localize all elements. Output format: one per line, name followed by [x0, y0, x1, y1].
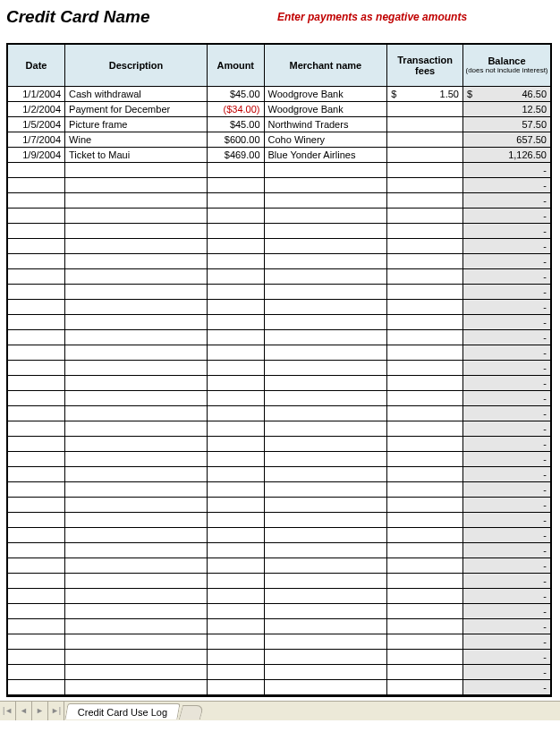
- cell-description[interactable]: [65, 618, 208, 634]
- cell-date[interactable]: [8, 314, 65, 329]
- cell-amount[interactable]: [207, 329, 264, 345]
- cell-amount[interactable]: [207, 405, 264, 421]
- cell-merchant[interactable]: Coho Winery: [264, 132, 387, 147]
- cell-amount[interactable]: [207, 314, 264, 329]
- cell-date[interactable]: [8, 405, 65, 421]
- cell-description[interactable]: [65, 512, 208, 527]
- cell-amount[interactable]: [207, 208, 264, 223]
- cell-description[interactable]: [65, 405, 208, 421]
- cell-description[interactable]: [65, 360, 208, 375]
- cell-date[interactable]: [8, 649, 65, 664]
- cell-description[interactable]: [65, 451, 208, 466]
- cell-date[interactable]: [8, 618, 65, 634]
- cell-fees[interactable]: [387, 603, 463, 618]
- cell-date[interactable]: [8, 390, 65, 405]
- cell-date[interactable]: [8, 177, 65, 192]
- cell-merchant[interactable]: [264, 634, 387, 649]
- cell-date[interactable]: [8, 284, 65, 299]
- cell-merchant[interactable]: [264, 162, 387, 177]
- cell-amount[interactable]: [207, 634, 264, 649]
- nav-prev-icon[interactable]: ◄: [16, 702, 32, 720]
- cell-merchant[interactable]: [264, 497, 387, 512]
- cell-merchant[interactable]: [264, 360, 387, 375]
- nav-next-icon[interactable]: ►: [32, 702, 48, 720]
- cell-amount[interactable]: [207, 375, 264, 390]
- cell-merchant[interactable]: [264, 268, 387, 284]
- cell-merchant[interactable]: [264, 405, 387, 421]
- cell-fees[interactable]: $1.50: [387, 86, 463, 101]
- cell-fees[interactable]: [387, 238, 463, 253]
- cell-amount[interactable]: [207, 588, 264, 603]
- cell-fees[interactable]: [387, 679, 463, 694]
- cell-description[interactable]: [65, 573, 208, 588]
- cell-merchant[interactable]: [264, 527, 387, 542]
- cell-date[interactable]: [8, 223, 65, 238]
- cell-merchant[interactable]: Blue Yonder Airlines: [264, 147, 387, 162]
- cell-fees[interactable]: [387, 177, 463, 192]
- cell-fees[interactable]: [387, 192, 463, 208]
- cell-date[interactable]: [8, 345, 65, 360]
- cell-description[interactable]: [65, 284, 208, 299]
- cell-merchant[interactable]: [264, 390, 387, 405]
- cell-date[interactable]: [8, 162, 65, 177]
- cell-fees[interactable]: [387, 421, 463, 436]
- cell-description[interactable]: [65, 466, 208, 481]
- cell-amount[interactable]: [207, 436, 264, 451]
- cell-amount[interactable]: [207, 284, 264, 299]
- cell-date[interactable]: 1/5/2004: [8, 116, 65, 132]
- cell-amount[interactable]: [207, 497, 264, 512]
- cell-amount[interactable]: [207, 679, 264, 694]
- cell-merchant[interactable]: [264, 177, 387, 192]
- cell-merchant[interactable]: [264, 512, 387, 527]
- cell-amount[interactable]: [207, 390, 264, 405]
- cell-amount[interactable]: $45.00: [207, 116, 264, 132]
- cell-amount[interactable]: [207, 192, 264, 208]
- cell-merchant[interactable]: [264, 208, 387, 223]
- cell-amount[interactable]: [207, 268, 264, 284]
- cell-description[interactable]: [65, 527, 208, 542]
- cell-merchant[interactable]: [264, 481, 387, 497]
- cell-fees[interactable]: [387, 253, 463, 268]
- cell-amount[interactable]: [207, 664, 264, 679]
- cell-description[interactable]: [65, 177, 208, 192]
- cell-fees[interactable]: [387, 542, 463, 558]
- cell-merchant[interactable]: [264, 466, 387, 481]
- cell-date[interactable]: [8, 238, 65, 253]
- cell-fees[interactable]: [387, 436, 463, 451]
- cell-date[interactable]: [8, 451, 65, 466]
- cell-description[interactable]: [65, 238, 208, 253]
- cell-date[interactable]: 1/7/2004: [8, 132, 65, 147]
- cell-description[interactable]: [65, 634, 208, 649]
- cell-fees[interactable]: [387, 299, 463, 314]
- cell-fees[interactable]: [387, 360, 463, 375]
- new-sheet-tab[interactable]: [179, 705, 204, 719]
- cell-merchant[interactable]: [264, 375, 387, 390]
- cell-description[interactable]: [65, 208, 208, 223]
- cell-fees[interactable]: [387, 132, 463, 147]
- cell-amount[interactable]: $469.00: [207, 147, 264, 162]
- cell-merchant[interactable]: [264, 299, 387, 314]
- cell-date[interactable]: [8, 664, 65, 679]
- cell-amount[interactable]: [207, 253, 264, 268]
- cell-date[interactable]: [8, 558, 65, 573]
- cell-description[interactable]: [65, 588, 208, 603]
- cell-fees[interactable]: [387, 664, 463, 679]
- cell-description[interactable]: [65, 375, 208, 390]
- cell-description[interactable]: [65, 649, 208, 664]
- cell-description[interactable]: [65, 329, 208, 345]
- cell-amount[interactable]: [207, 573, 264, 588]
- cell-merchant[interactable]: [264, 345, 387, 360]
- nav-last-icon[interactable]: ►|: [48, 702, 64, 720]
- cell-description[interactable]: [65, 497, 208, 512]
- cell-fees[interactable]: [387, 573, 463, 588]
- cell-fees[interactable]: [387, 497, 463, 512]
- cell-merchant[interactable]: [264, 223, 387, 238]
- cell-description[interactable]: [65, 436, 208, 451]
- cell-date[interactable]: [8, 542, 65, 558]
- cell-merchant[interactable]: [264, 588, 387, 603]
- cell-date[interactable]: [8, 360, 65, 375]
- cell-fees[interactable]: [387, 314, 463, 329]
- cell-fees[interactable]: [387, 405, 463, 421]
- cell-amount[interactable]: [207, 360, 264, 375]
- cell-fees[interactable]: [387, 329, 463, 345]
